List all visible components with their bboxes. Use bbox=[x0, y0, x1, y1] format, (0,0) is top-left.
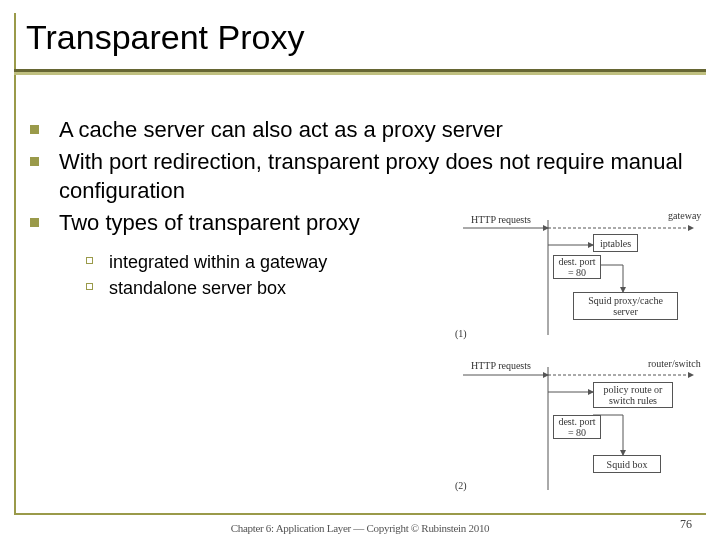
footer-text: Chapter 6: Application Layer — Copyright… bbox=[0, 522, 720, 534]
page-number: 76 bbox=[680, 517, 692, 532]
square-bullet-icon bbox=[30, 125, 39, 134]
hollow-square-bullet-icon bbox=[86, 257, 93, 264]
diagram-marker: (1) bbox=[455, 328, 467, 339]
diagram-box: Squid box bbox=[593, 455, 661, 473]
bullet-text: With port redirection, transparent proxy… bbox=[59, 147, 690, 206]
hollow-square-bullet-icon bbox=[86, 283, 93, 290]
bullet-item: A cache server can also act as a proxy s… bbox=[30, 115, 690, 145]
square-bullet-icon bbox=[30, 218, 39, 227]
bullet-text: A cache server can also act as a proxy s… bbox=[59, 115, 690, 145]
diagram-marker: (2) bbox=[455, 480, 467, 491]
diagram-box: Squid proxy/cache server bbox=[573, 292, 678, 320]
proxy-diagram: HTTP requests gateway iptables dest. por… bbox=[453, 210, 708, 500]
diagram-label: gateway bbox=[668, 210, 701, 221]
diagram-label: HTTP requests bbox=[471, 214, 531, 225]
slide-title: Transparent Proxy bbox=[26, 18, 304, 57]
diagram-label: HTTP requests bbox=[471, 360, 531, 371]
diagram-box: policy route or switch rules bbox=[593, 382, 673, 408]
diagram-box: dest. port = 80 bbox=[553, 255, 601, 279]
diagram-label: router/switch bbox=[648, 358, 701, 369]
sub-bullet-text: standalone server box bbox=[109, 276, 286, 300]
square-bullet-icon bbox=[30, 157, 39, 166]
diagram-box: iptables bbox=[593, 234, 638, 252]
diagram-box: dest. port = 80 bbox=[553, 415, 601, 439]
bullet-item: With port redirection, transparent proxy… bbox=[30, 147, 690, 206]
sub-bullet-text: integrated within a gateway bbox=[109, 250, 327, 274]
